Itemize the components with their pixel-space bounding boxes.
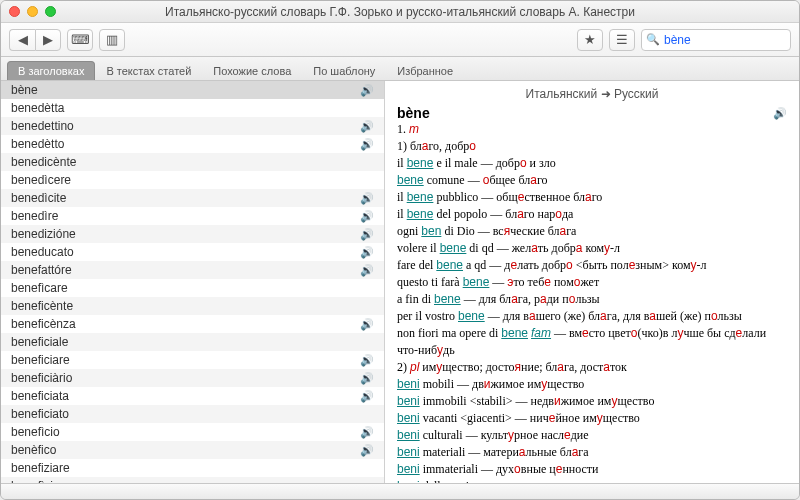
list-item[interactable]: beneficiata🔊	[1, 387, 384, 405]
list-item[interactable]: beneficiato	[1, 405, 384, 423]
direction-label: Итальянский ➜ Русский	[397, 87, 787, 101]
favorite-button[interactable]: ★	[577, 29, 603, 51]
search-icon: 🔍	[646, 33, 660, 46]
list-item[interactable]: benedìcite🔊	[1, 189, 384, 207]
word-label: beneficènte	[11, 299, 73, 313]
speaker-icon[interactable]: 🔊	[360, 318, 374, 331]
tabbar: В заголовкахВ текстах статейПохожие слов…	[1, 57, 799, 81]
tab-1[interactable]: В текстах статей	[95, 61, 202, 80]
word-list[interactable]: bène🔊benedèttabenedettino🔊benedètto🔊bene…	[1, 81, 385, 483]
tab-4[interactable]: Избранное	[386, 61, 464, 80]
word-label: benedètta	[11, 101, 64, 115]
list-item[interactable]: beneficènza🔊	[1, 315, 384, 333]
list-item[interactable]: benefattóre🔊	[1, 261, 384, 279]
speaker-icon[interactable]: 🔊	[360, 444, 374, 457]
zoom-icon[interactable]	[45, 6, 56, 17]
books-button[interactable]: ▥	[99, 29, 125, 51]
word-label: beneducato	[11, 245, 74, 259]
tab-0[interactable]: В заголовках	[7, 61, 95, 80]
list-item[interactable]: bène🔊	[1, 81, 384, 99]
speaker-icon[interactable]: 🔊	[360, 390, 374, 403]
word-label: bène	[11, 83, 38, 97]
article-body: 1. m1) благо, доброil bene e il male — д…	[397, 121, 787, 483]
titlebar: Итальянско-русский словарь Г.Ф. Зорько и…	[1, 1, 799, 23]
word-label: benefiziare	[11, 461, 70, 475]
speaker-icon[interactable]: 🔊	[360, 372, 374, 385]
list-item[interactable]: beneficiàrio🔊	[1, 369, 384, 387]
speaker-icon[interactable]: 🔊	[360, 138, 374, 151]
window-title: Итальянско-русский словарь Г.Ф. Зорько и…	[1, 5, 799, 19]
list-item[interactable]: benedètto🔊	[1, 135, 384, 153]
keyboard-button[interactable]: ⌨	[67, 29, 93, 51]
nav-group: ◀ ▶	[9, 29, 61, 51]
window-controls	[9, 6, 56, 17]
speaker-icon[interactable]: 🔊	[360, 210, 374, 223]
word-label: benedìcere	[11, 173, 71, 187]
speaker-icon[interactable]: 🔊	[360, 192, 374, 205]
speaker-icon[interactable]: 🔊	[360, 354, 374, 367]
list-button[interactable]: ☰	[609, 29, 635, 51]
list-item[interactable]: benedìre🔊	[1, 207, 384, 225]
forward-button[interactable]: ▶	[35, 29, 61, 51]
list-item[interactable]: benedètta	[1, 99, 384, 117]
word-label: benefìcare	[11, 281, 68, 295]
word-label: beneficiata	[11, 389, 69, 403]
word-label: benedètto	[11, 137, 64, 151]
speaker-icon[interactable]: 🔊	[360, 264, 374, 277]
list-item[interactable]: benedizióne🔊	[1, 225, 384, 243]
speaker-icon[interactable]: 🔊	[360, 426, 374, 439]
word-label: benefattóre	[11, 263, 72, 277]
toolbar: ◀ ▶ ⌨ ▥ ★ ☰ 🔍 ⓧ	[1, 23, 799, 57]
word-label: benefìzio	[11, 479, 60, 483]
list-item[interactable]: beneficiale	[1, 333, 384, 351]
list-item[interactable]: benedìcere	[1, 171, 384, 189]
close-icon[interactable]	[9, 6, 20, 17]
word-label: beneficiàrio	[11, 371, 72, 385]
word-label: beneficiale	[11, 335, 68, 349]
speaker-icon[interactable]: 🔊	[360, 84, 374, 97]
list-item[interactable]: benedettino🔊	[1, 117, 384, 135]
word-label: benefìcio	[11, 425, 60, 439]
speaker-icon[interactable]: 🔊	[773, 107, 787, 120]
speaker-icon[interactable]: 🔊	[360, 120, 374, 133]
word-label: benedìcite	[11, 191, 66, 205]
list-item[interactable]: beneficiare🔊	[1, 351, 384, 369]
word-label: benèfico	[11, 443, 56, 457]
speaker-icon[interactable]: 🔊	[360, 246, 374, 259]
list-item[interactable]: benèfico🔊	[1, 441, 384, 459]
headword: bène	[397, 105, 430, 121]
list-item[interactable]: beneducato🔊	[1, 243, 384, 261]
content: bène🔊benedèttabenedettino🔊benedètto🔊bene…	[1, 81, 799, 483]
tab-2[interactable]: Похожие слова	[202, 61, 302, 80]
list-item[interactable]: beneficènte	[1, 297, 384, 315]
word-label: benedicènte	[11, 155, 76, 169]
word-label: beneficiato	[11, 407, 69, 421]
word-label: benedizióne	[11, 227, 76, 241]
word-label: beneficiare	[11, 353, 70, 367]
word-label: beneficènza	[11, 317, 76, 331]
word-label: benedìre	[11, 209, 58, 223]
speaker-icon[interactable]: 🔊	[360, 228, 374, 241]
list-item[interactable]: benefìcare	[1, 279, 384, 297]
word-label: benedettino	[11, 119, 74, 133]
search-input[interactable]	[664, 33, 800, 47]
list-item[interactable]: benefiziare	[1, 459, 384, 477]
minimize-icon[interactable]	[27, 6, 38, 17]
search-box[interactable]: 🔍 ⓧ	[641, 29, 791, 51]
list-item[interactable]: benefìcio🔊	[1, 423, 384, 441]
tab-3[interactable]: По шаблону	[302, 61, 386, 80]
article-pane[interactable]: Итальянский ➜ Русский bène 🔊 1. m1) благ…	[385, 81, 799, 483]
statusbar	[1, 483, 799, 500]
list-item[interactable]: benedicènte	[1, 153, 384, 171]
list-item[interactable]: benefìzio	[1, 477, 384, 483]
back-button[interactable]: ◀	[9, 29, 35, 51]
